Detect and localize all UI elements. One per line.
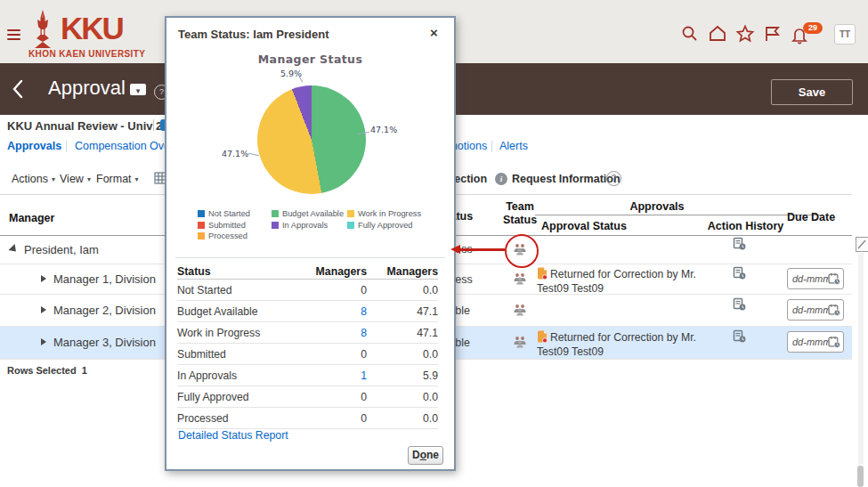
request-information-icon: i <box>495 173 507 185</box>
due-date-field-wrap <box>787 331 844 353</box>
logo-acronym[interactable]: KKU <box>61 12 123 45</box>
legend-swatch <box>272 222 279 229</box>
view-menu[interactable]: View <box>60 173 91 185</box>
manager-cell[interactable]: Manager 1, Division <box>53 272 156 286</box>
flag-icon[interactable] <box>762 24 782 47</box>
format-menu[interactable]: Format <box>96 173 139 185</box>
avatar[interactable]: TT <box>834 24 856 45</box>
status-table-row: Budget Available 8 47.1 <box>177 301 438 322</box>
team-status-icon[interactable] <box>513 336 527 352</box>
status-table-row: Processed 0 0.0 <box>177 408 438 429</box>
due-date-field-wrap <box>787 268 844 289</box>
request-information-action[interactable]: Request Information <box>512 173 621 185</box>
tab-separator <box>66 141 67 152</box>
legend-item: Budget Available <box>272 209 344 218</box>
tab-separator <box>491 141 492 152</box>
returned-document-icon <box>537 330 548 346</box>
action-history-icon[interactable] <box>733 237 746 254</box>
col-header-approvals: Approvals <box>535 200 779 213</box>
expand-toggle[interactable] <box>8 244 19 255</box>
search-icon[interactable] <box>680 24 700 47</box>
due-date-field-wrap <box>787 299 844 321</box>
col-header-due-date: Due Date <box>787 211 835 223</box>
scrollbar-thumb[interactable] <box>857 466 864 487</box>
back-icon[interactable] <box>11 78 25 103</box>
dialog-title: Team Status: Iam President <box>178 28 329 41</box>
expand-toggle[interactable] <box>41 306 46 313</box>
approval-status-cell: Returned for Correction by Mr. Test09 Te… <box>537 330 719 358</box>
col-header-approval-status: Approval Status <box>541 220 627 232</box>
legend-item: Not Started <box>198 209 250 218</box>
detailed-status-report-link[interactable]: Detailed Status Report <box>178 429 288 442</box>
notification-badge: 29 <box>803 22 823 34</box>
manager-count-link[interactable]: 1 <box>288 369 367 382</box>
tab-approvals[interactable]: Approvals <box>7 140 61 152</box>
calendar-icon[interactable] <box>828 272 840 288</box>
expand-toggle[interactable] <box>41 275 46 282</box>
logo-name: KHON KAEN UNIVERSITY <box>28 49 145 59</box>
status-table-row: Work in Progress 8 47.1 <box>177 322 438 344</box>
legend-item: Submitted <box>198 221 250 230</box>
expand-toggle[interactable] <box>41 338 46 345</box>
chart-legend-col3: Work in Progress Fully Approved <box>347 209 421 231</box>
team-status-dialog: Team Status: Iam President × Manager Sta… <box>165 16 456 471</box>
legend-item: Work in Progress <box>347 209 421 218</box>
approvals-span-rule <box>535 215 820 215</box>
manager-cell[interactable]: Manager 2, Division <box>53 304 156 317</box>
home-icon[interactable] <box>708 24 727 47</box>
favorites-star-icon[interactable] <box>735 24 755 47</box>
status-table-row: Fully Approved 0 0.0 <box>177 386 438 408</box>
calendar-icon[interactable] <box>828 336 840 352</box>
status-table-row: Not Started 0 0.0 <box>177 280 438 301</box>
legend-swatch <box>198 232 205 239</box>
save-button[interactable]: Save <box>771 79 853 105</box>
vertical-scrollbar[interactable] <box>858 253 864 465</box>
pie-leader-line <box>248 153 259 156</box>
col-header-manager: Manager <box>9 212 54 224</box>
status-table-row: In Approvals 1 5.9 <box>177 365 438 386</box>
legend-swatch <box>198 222 205 229</box>
toolbar-help-icon[interactable]: ? <box>606 171 621 186</box>
manager-cell[interactable]: President, Iam <box>24 243 99 256</box>
legend-swatch <box>347 222 354 229</box>
annotation-circle <box>505 234 539 268</box>
hamburger-menu-icon[interactable] <box>7 29 20 42</box>
breadcrumb: KKU Annual Review - Univ 2024 <box>7 119 182 133</box>
manager-cell[interactable]: Manager 3, Division <box>53 336 156 349</box>
action-history-icon[interactable] <box>733 266 746 283</box>
team-status-icon[interactable] <box>513 272 527 288</box>
screen: KKU KHON KAEN UNIVERSITY 2 <box>0 0 868 487</box>
close-icon[interactable]: × <box>430 26 438 39</box>
title-dropdown-icon[interactable] <box>130 84 146 95</box>
action-history-icon[interactable] <box>733 297 746 314</box>
legend-swatch <box>272 210 279 217</box>
chart-legend-col1: Not Started Submitted Processed <box>198 209 250 243</box>
returned-document-icon <box>537 267 548 283</box>
team-status-icon[interactable] <box>513 304 527 320</box>
dialog-divider <box>175 257 445 258</box>
pie-label-work-in-progress: 47.1% <box>222 149 248 158</box>
manager-count-link[interactable]: 8 <box>288 327 367 339</box>
tab-alerts[interactable]: Alerts <box>499 140 528 152</box>
breadcrumb-separator <box>153 119 154 131</box>
scroll-corner-icon[interactable] <box>856 237 868 252</box>
pie-label-budget-available: 47.1% <box>370 125 397 134</box>
status-table-row: Submitted 0 0.0 <box>177 344 438 365</box>
actions-menu[interactable]: Actions <box>12 173 55 185</box>
legend-item: Fully Approved <box>347 221 421 230</box>
calendar-icon[interactable] <box>828 304 840 320</box>
manager-status-pie <box>257 85 366 194</box>
approval-status-cell: Returned for Correction by Mr. Test09 Te… <box>537 267 719 295</box>
legend-swatch <box>198 210 205 217</box>
action-history-icon[interactable] <box>733 329 746 346</box>
done-button[interactable]: Done <box>408 446 443 465</box>
chart-legend-col2: Budget Available In Approvals <box>272 209 344 231</box>
page-title: Approval <box>48 77 126 100</box>
rows-selected-status: Rows Selected 1 <box>7 365 87 376</box>
status-table-header: Status Managers Managers <box>177 264 438 280</box>
status-summary-table: Status Managers Managers Not Started 0 0… <box>177 264 438 429</box>
manager-count-link[interactable]: 8 <box>288 305 367 318</box>
annotation-arrow-head <box>450 245 460 254</box>
legend-swatch <box>347 210 354 217</box>
legend-item: In Approvals <box>272 221 344 230</box>
